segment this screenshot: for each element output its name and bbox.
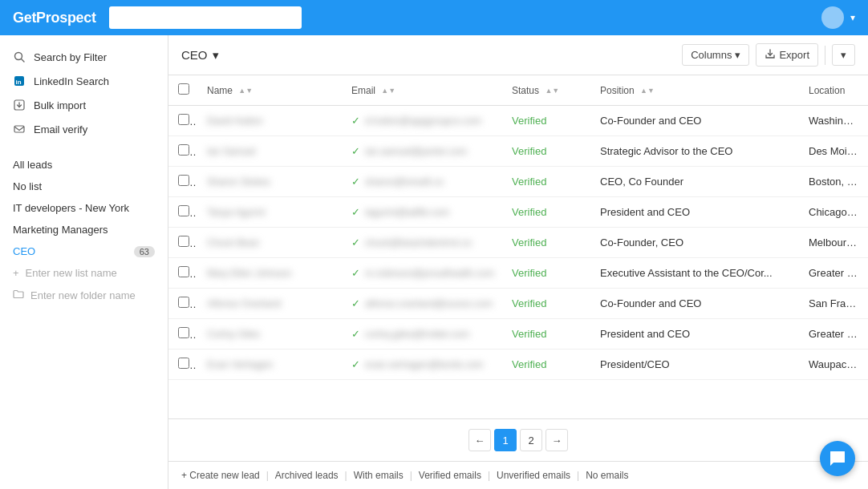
name-sort-icon: ▲▼ [238, 87, 253, 95]
row-location-cell: Des Moines, Iowa Area [799, 136, 868, 167]
export-button[interactable]: Export [756, 43, 818, 67]
row-location-cell: Greater New York City Area [799, 319, 868, 350]
lead-name: Evan Verhagen [207, 359, 273, 370]
row-position-cell: Co-Founder and CEO [590, 106, 799, 136]
email-cell-wrapper: ✓ evan.verhagen@bords.com [351, 358, 493, 370]
chat-button[interactable] [820, 441, 855, 476]
sidebar-all-leads[interactable]: All leads [0, 154, 168, 176]
position-column-header[interactable]: Position ▲▼ [590, 75, 799, 106]
lead-name: Mary Ellen Johnson [207, 268, 291, 279]
status-badge: Verified [512, 358, 546, 370]
new-list-input[interactable] [26, 267, 138, 279]
email-cell-wrapper: ✓ sharon@ixreaft.co [351, 176, 493, 188]
plus-icon: + [13, 267, 19, 279]
email-verified-icon: ✓ [351, 206, 360, 218]
folder-icon [13, 289, 24, 302]
sidebar-item-bulk-import[interactable]: Bulk import [0, 93, 168, 117]
columns-label: Columns [691, 49, 732, 61]
lead-name: Chuck Bean [207, 237, 259, 249]
lead-name: Tanya Agurmi [207, 207, 266, 218]
row-checkbox[interactable] [178, 266, 189, 277]
page-1-button[interactable]: 1 [494, 429, 517, 451]
row-email-cell: ✓ d.hutton@appgroupco.com [342, 106, 502, 136]
action-separator [825, 46, 825, 65]
avatar-chevron-icon[interactable]: ▾ [850, 12, 855, 23]
row-checkbox[interactable] [178, 358, 189, 369]
sidebar-item-label: Search by Filter [34, 51, 107, 63]
pagination: ← 1 2 → [168, 418, 868, 461]
position-sort-icon: ▲▼ [640, 87, 655, 95]
email-verified-icon: ✓ [351, 115, 360, 127]
row-status-cell: Verified [502, 319, 590, 350]
export-label: Export [779, 49, 809, 61]
status-column-header[interactable]: Status ▲▼ [502, 75, 590, 106]
name-column-header[interactable]: Name ▲▼ [197, 75, 342, 106]
row-checkbox-cell [168, 350, 197, 380]
sidebar-item-email-verify[interactable]: Email verify [0, 117, 168, 141]
select-all-checkbox[interactable] [178, 83, 189, 95]
email-column-header[interactable]: Email ▲▼ [342, 75, 502, 106]
sidebar-add-folder[interactable] [0, 284, 168, 307]
columns-button[interactable]: Columns ▾ [682, 44, 749, 66]
row-position-cell: President and CEO [590, 319, 799, 350]
lead-name: Sharon Stokes [207, 176, 270, 188]
email-cell-wrapper: ✓ ian.samuel@porter.com [351, 145, 493, 157]
select-all-header [168, 75, 197, 106]
row-checkbox-cell [168, 197, 197, 228]
name-column-label: Name [207, 85, 233, 96]
next-page-button[interactable]: → [546, 429, 568, 451]
row-checkbox[interactable] [178, 205, 189, 216]
status-badge: Verified [512, 267, 546, 279]
row-name-cell: Alfonso Overland [197, 289, 342, 319]
sidebar-it-developers[interactable]: IT developers - New York [0, 197, 168, 219]
email-verified-icon: ✓ [351, 236, 360, 249]
row-status-cell: Verified [502, 350, 590, 380]
archived-leads-link[interactable]: Archived leads [275, 470, 339, 481]
row-checkbox[interactable] [178, 297, 189, 308]
lead-email: d.hutton@appgroupco.com [365, 115, 481, 127]
main-layout: Search by Filter in LinkedIn Search Bulk… [0, 35, 868, 489]
row-location-cell: San Francisco, California [799, 289, 868, 319]
location-column-header[interactable]: Location [799, 75, 868, 106]
row-checkbox[interactable] [178, 175, 189, 186]
lead-email: alfonso.overland@suooo.com [365, 298, 493, 309]
row-checkbox[interactable] [178, 236, 189, 247]
verified-emails-link[interactable]: Verified emails [419, 470, 481, 481]
sidebar-no-list[interactable]: No list [0, 176, 168, 197]
sidebar-ceo[interactable]: CEO 63 [0, 240, 168, 262]
unverified-emails-link[interactable]: Unverified emails [497, 470, 570, 481]
row-email-cell: ✓ alfonso.overland@suooo.com [342, 289, 502, 319]
no-emails-link[interactable]: No emails [586, 470, 628, 481]
lead-email: m.robinson@proudhealth.com [365, 268, 494, 279]
prev-page-button[interactable]: ← [468, 429, 491, 451]
create-lead-button[interactable]: + Create new lead [181, 470, 260, 481]
row-checkbox[interactable] [178, 144, 189, 156]
row-checkbox[interactable] [178, 327, 189, 338]
more-options-button[interactable]: ▾ [832, 44, 855, 66]
row-location-cell: Greater New York City Area [799, 258, 868, 289]
sidebar-add-list[interactable]: + [0, 262, 168, 284]
with-emails-link[interactable]: With emails [354, 470, 404, 481]
row-position-cell: CEO, Co Founder [590, 167, 799, 197]
content-actions: Columns ▾ Export ▾ [682, 43, 855, 67]
email-verified-icon: ✓ [351, 328, 360, 340]
ceo-count-badge: 63 [134, 246, 155, 257]
list-title-chevron-icon: ▾ [213, 48, 219, 63]
row-name-cell: David Hutton [197, 106, 342, 136]
global-search-input[interactable] [109, 6, 302, 29]
row-checkbox[interactable] [178, 114, 189, 125]
row-status-cell: Verified [502, 136, 590, 167]
page-2-button[interactable]: 2 [520, 429, 542, 451]
avatar[interactable] [821, 6, 844, 29]
row-email-cell: ✓ chuck@beachdentrmt.co [342, 228, 502, 258]
table-row: Sharon Stokes ✓ sharon@ixreaft.co Verifi… [168, 167, 868, 197]
sidebar-item-linkedin[interactable]: in LinkedIn Search [0, 69, 168, 93]
sidebar-marketing-managers[interactable]: Marketing Managers [0, 219, 168, 240]
new-folder-input[interactable] [30, 289, 143, 301]
sidebar-item-search-filter[interactable]: Search by Filter [0, 45, 168, 69]
status-badge: Verified [512, 176, 546, 188]
row-name-cell: Cortny Giles [197, 319, 342, 350]
list-title[interactable]: CEO ▾ [181, 48, 219, 63]
lead-email: ian.samuel@porter.com [365, 146, 467, 157]
row-checkbox-cell [168, 319, 197, 350]
